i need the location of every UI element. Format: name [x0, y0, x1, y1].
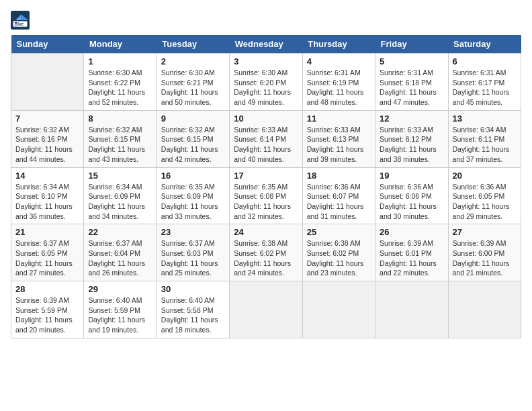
calendar-cell	[375, 281, 448, 338]
day-number: 5	[380, 56, 443, 66]
calendar-cell: 21Sunrise: 6:37 AMSunset: 6:05 PMDayligh…	[11, 224, 84, 281]
logo-icon: Blue	[11, 11, 30, 30]
day-number: 24	[234, 227, 298, 237]
calendar-week-row: 1Sunrise: 6:30 AMSunset: 6:22 PMDaylight…	[11, 54, 521, 111]
day-info: Sunrise: 6:36 AMSunset: 6:07 PMDaylight:…	[307, 182, 371, 222]
day-info: Sunrise: 6:34 AMSunset: 6:10 PMDaylight:…	[15, 182, 79, 222]
calendar-header: SundayMondayTuesdayWednesdayThursdayFrid…	[11, 35, 521, 54]
calendar-cell: 13Sunrise: 6:34 AMSunset: 6:11 PMDayligh…	[448, 110, 521, 167]
day-info: Sunrise: 6:34 AMSunset: 6:11 PMDaylight:…	[453, 125, 517, 165]
calendar-week-row: 21Sunrise: 6:37 AMSunset: 6:05 PMDayligh…	[11, 224, 521, 281]
calendar-cell: 29Sunrise: 6:40 AMSunset: 5:59 PMDayligh…	[84, 281, 157, 338]
calendar-cell: 6Sunrise: 6:31 AMSunset: 6:17 PMDaylight…	[448, 54, 521, 111]
calendar-cell	[302, 281, 375, 338]
day-number: 11	[307, 113, 371, 124]
calendar-cell: 15Sunrise: 6:34 AMSunset: 6:09 PMDayligh…	[84, 167, 157, 224]
calendar-week-row: 7Sunrise: 6:32 AMSunset: 6:16 PMDaylight…	[11, 110, 521, 167]
day-number: 6	[453, 56, 517, 66]
day-number: 8	[88, 113, 152, 124]
calendar-cell: 18Sunrise: 6:36 AMSunset: 6:07 PMDayligh…	[302, 167, 375, 224]
calendar-cell: 25Sunrise: 6:38 AMSunset: 6:02 PMDayligh…	[302, 224, 375, 281]
calendar-week-row: 28Sunrise: 6:39 AMSunset: 5:59 PMDayligh…	[11, 281, 521, 338]
calendar-cell: 2Sunrise: 6:30 AMSunset: 6:21 PMDaylight…	[157, 54, 229, 111]
day-number: 17	[234, 171, 298, 181]
day-number: 30	[161, 284, 225, 294]
page-header: Blue	[11, 11, 521, 30]
day-number: 27	[453, 227, 517, 237]
day-number: 20	[453, 171, 517, 181]
day-number: 14	[15, 171, 79, 181]
day-info: Sunrise: 6:35 AMSunset: 6:09 PMDaylight:…	[161, 182, 225, 222]
day-info: Sunrise: 6:32 AMSunset: 6:15 PMDaylight:…	[161, 125, 225, 165]
day-info: Sunrise: 6:32 AMSunset: 6:15 PMDaylight:…	[88, 125, 152, 165]
calendar-cell: 3Sunrise: 6:30 AMSunset: 6:20 PMDaylight…	[230, 54, 302, 111]
day-info: Sunrise: 6:40 AMSunset: 5:59 PMDaylight:…	[88, 295, 152, 335]
day-number: 28	[15, 284, 79, 294]
day-info: Sunrise: 6:30 AMSunset: 6:22 PMDaylight:…	[88, 68, 152, 107]
day-info: Sunrise: 6:33 AMSunset: 6:14 PMDaylight:…	[234, 125, 298, 165]
calendar-cell	[448, 281, 521, 338]
day-info: Sunrise: 6:36 AMSunset: 6:05 PMDaylight:…	[453, 182, 517, 222]
calendar-cell: 4Sunrise: 6:31 AMSunset: 6:19 PMDaylight…	[302, 54, 375, 111]
calendar-body: 1Sunrise: 6:30 AMSunset: 6:22 PMDaylight…	[11, 54, 521, 338]
day-number: 2	[161, 56, 225, 66]
day-info: Sunrise: 6:37 AMSunset: 6:03 PMDaylight:…	[161, 238, 225, 278]
logo: Blue	[11, 11, 32, 30]
calendar-cell: 23Sunrise: 6:37 AMSunset: 6:03 PMDayligh…	[157, 224, 229, 281]
day-info: Sunrise: 6:30 AMSunset: 6:21 PMDaylight:…	[161, 68, 225, 107]
day-number: 21	[15, 227, 79, 237]
day-info: Sunrise: 6:30 AMSunset: 6:20 PMDaylight:…	[234, 68, 298, 107]
weekday-header: Monday	[84, 35, 157, 54]
calendar-cell: 24Sunrise: 6:38 AMSunset: 6:02 PMDayligh…	[230, 224, 302, 281]
weekday-header: Saturday	[448, 35, 521, 54]
day-number: 3	[234, 56, 298, 66]
calendar-cell: 9Sunrise: 6:32 AMSunset: 6:15 PMDaylight…	[157, 110, 229, 167]
day-number: 19	[380, 171, 443, 181]
calendar-cell: 17Sunrise: 6:35 AMSunset: 6:08 PMDayligh…	[230, 167, 302, 224]
day-number: 7	[15, 113, 79, 124]
day-number: 25	[307, 227, 371, 237]
calendar-cell: 1Sunrise: 6:30 AMSunset: 6:22 PMDaylight…	[84, 54, 157, 111]
calendar-cell: 26Sunrise: 6:39 AMSunset: 6:01 PMDayligh…	[375, 224, 448, 281]
svg-text:Blue: Blue	[15, 21, 24, 26]
day-info: Sunrise: 6:39 AMSunset: 6:01 PMDaylight:…	[380, 238, 443, 278]
day-number: 4	[307, 56, 371, 66]
day-info: Sunrise: 6:35 AMSunset: 6:08 PMDaylight:…	[234, 182, 298, 222]
calendar-cell	[230, 281, 302, 338]
day-info: Sunrise: 6:31 AMSunset: 6:17 PMDaylight:…	[453, 68, 517, 107]
weekday-header: Tuesday	[157, 35, 229, 54]
calendar-cell: 30Sunrise: 6:40 AMSunset: 5:58 PMDayligh…	[157, 281, 229, 338]
calendar-cell: 11Sunrise: 6:33 AMSunset: 6:13 PMDayligh…	[302, 110, 375, 167]
day-number: 23	[161, 227, 225, 237]
calendar-cell: 19Sunrise: 6:36 AMSunset: 6:06 PMDayligh…	[375, 167, 448, 224]
day-number: 1	[88, 56, 152, 66]
calendar-cell: 14Sunrise: 6:34 AMSunset: 6:10 PMDayligh…	[11, 167, 84, 224]
day-number: 15	[88, 171, 152, 181]
day-info: Sunrise: 6:38 AMSunset: 6:02 PMDaylight:…	[307, 238, 371, 278]
weekday-header: Wednesday	[230, 35, 302, 54]
day-info: Sunrise: 6:38 AMSunset: 6:02 PMDaylight:…	[234, 238, 298, 278]
calendar-cell: 10Sunrise: 6:33 AMSunset: 6:14 PMDayligh…	[230, 110, 302, 167]
calendar-cell: 20Sunrise: 6:36 AMSunset: 6:05 PMDayligh…	[448, 167, 521, 224]
day-info: Sunrise: 6:33 AMSunset: 6:13 PMDaylight:…	[307, 125, 371, 165]
calendar-table: SundayMondayTuesdayWednesdayThursdayFrid…	[11, 35, 521, 338]
day-info: Sunrise: 6:39 AMSunset: 5:59 PMDaylight:…	[15, 295, 79, 335]
day-number: 22	[88, 227, 152, 237]
calendar-cell: 7Sunrise: 6:32 AMSunset: 6:16 PMDaylight…	[11, 110, 84, 167]
day-info: Sunrise: 6:33 AMSunset: 6:12 PMDaylight:…	[380, 125, 443, 165]
day-number: 26	[380, 227, 443, 237]
calendar-week-row: 14Sunrise: 6:34 AMSunset: 6:10 PMDayligh…	[11, 167, 521, 224]
day-info: Sunrise: 6:37 AMSunset: 6:04 PMDaylight:…	[88, 238, 152, 278]
day-number: 18	[307, 171, 371, 181]
day-number: 10	[234, 113, 298, 124]
day-info: Sunrise: 6:31 AMSunset: 6:19 PMDaylight:…	[307, 68, 371, 107]
calendar-cell: 8Sunrise: 6:32 AMSunset: 6:15 PMDaylight…	[84, 110, 157, 167]
day-info: Sunrise: 6:37 AMSunset: 6:05 PMDaylight:…	[15, 238, 79, 278]
day-number: 9	[161, 113, 225, 124]
calendar-cell	[11, 54, 84, 111]
day-number: 16	[161, 171, 225, 181]
weekday-header: Sunday	[11, 35, 84, 54]
day-info: Sunrise: 6:39 AMSunset: 6:00 PMDaylight:…	[453, 238, 517, 278]
calendar-cell: 16Sunrise: 6:35 AMSunset: 6:09 PMDayligh…	[157, 167, 229, 224]
day-number: 12	[380, 113, 443, 124]
